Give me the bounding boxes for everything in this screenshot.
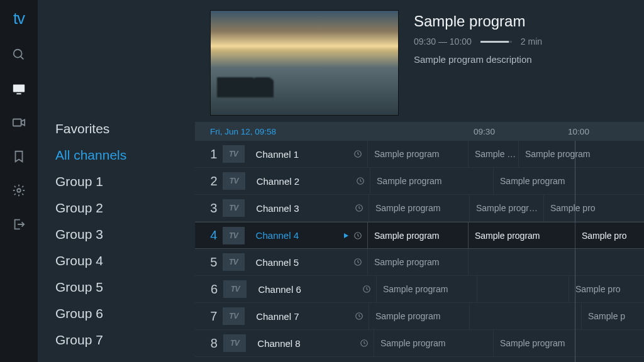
channel-indicators (341, 150, 367, 158)
channel-row[interactable]: 4TVChannel 4Sample programSample program… (195, 222, 644, 249)
channel-name: Channel 7 (256, 311, 342, 322)
program-hero: Sample program 09:30 — 10:00 2 min Sampl… (195, 0, 644, 122)
channel-indicators (341, 231, 367, 240)
channel-row[interactable]: 5TVChannel 5Sample program (195, 249, 644, 276)
svg-rect-3 (16, 93, 21, 94)
channel-indicators (347, 339, 374, 348)
group-item[interactable]: Group 5 (55, 278, 195, 297)
program-strip: Sample programSample …Sample program (367, 141, 644, 167)
program-strip: Sample programSample progr…Sample pro (369, 195, 644, 221)
bookmark-icon[interactable] (11, 149, 26, 164)
channel-name: Channel 6 (258, 284, 348, 295)
channel-number: 3 (195, 201, 223, 216)
program-title: Sample program (414, 13, 644, 30)
program-cell[interactable]: Sample program (367, 249, 468, 275)
program-progress-bar (480, 41, 512, 43)
group-item[interactable]: Group 6 (55, 304, 195, 323)
channel-row[interactable]: 1TVChannel 1Sample programSample …Sample… (195, 141, 644, 168)
channel-logo: TV (223, 307, 245, 325)
group-item[interactable]: Group 8 (55, 357, 195, 362)
svg-point-0 (14, 50, 22, 58)
channel-name: Channel 4 (256, 230, 341, 241)
channel-name: Channel 3 (256, 203, 342, 214)
channel-indicators (349, 285, 376, 293)
svg-rect-4 (13, 119, 21, 126)
program-cell[interactable]: Sample program (376, 276, 477, 302)
program-cell[interactable]: Sample p (581, 303, 644, 329)
settings-icon[interactable] (11, 183, 26, 198)
exit-icon[interactable] (11, 217, 26, 232)
time-tick: 10:00 (568, 127, 589, 136)
group-item[interactable]: Favorites (55, 119, 195, 138)
program-strip: Sample programSample p (369, 303, 644, 329)
record-icon[interactable] (11, 115, 26, 130)
channel-logo: TV (223, 172, 245, 190)
current-datetime: Fri, Jun 12, 09:58 (195, 127, 380, 136)
channel-name: Channel 8 (257, 338, 347, 349)
channel-logo: TV (223, 199, 245, 217)
channel-indicators (343, 177, 370, 185)
channel-name: Channel 2 (257, 176, 344, 187)
channel-number: 2 (195, 174, 223, 189)
tv-icon[interactable] (11, 81, 26, 96)
channel-number: 1 (195, 147, 223, 162)
channel-indicators (341, 258, 367, 266)
channel-row[interactable]: 8TVChannel 8Sample programSample program (195, 330, 644, 357)
svg-rect-2 (13, 85, 25, 92)
program-cell[interactable]: Sample pro (543, 195, 644, 221)
program-remaining: 2 min (521, 36, 542, 47)
channel-row[interactable]: 2TVChannel 2Sample programSample program (195, 168, 644, 195)
program-strip: Sample programSample programSample pro (367, 222, 644, 248)
channel-number: 7 (195, 309, 223, 324)
channel-number: 4 (195, 228, 223, 243)
group-item[interactable]: All channels (55, 146, 195, 165)
program-cell[interactable]: Sample … (468, 141, 518, 167)
channel-number: 6 (195, 282, 223, 297)
program-cell[interactable]: Sample program (367, 141, 468, 167)
program-cell[interactable]: Sample program (370, 168, 493, 194)
group-item[interactable]: Group 2 (55, 199, 195, 217)
program-cell[interactable] (469, 303, 581, 329)
program-meta: 09:30 — 10:00 2 min (414, 36, 644, 47)
program-cell[interactable]: Sample pro (569, 276, 644, 302)
program-time-range: 09:30 — 10:00 (414, 36, 472, 47)
svg-line-1 (21, 57, 24, 60)
program-thumbnail (210, 10, 399, 116)
program-cell[interactable]: Sample program (369, 195, 469, 221)
program-strip: Sample programSample program (374, 330, 644, 356)
channel-row[interactable]: 3TVChannel 3Sample programSample progr…S… (195, 195, 644, 222)
epg-grid: Fri, Jun 12, 09:58 09:30 10:00 10:30 1TV… (195, 122, 644, 362)
program-description: Sample program description (414, 54, 644, 65)
timeline-header: Fri, Jun 12, 09:58 09:30 10:00 10:30 (195, 122, 644, 141)
search-icon[interactable] (11, 47, 26, 62)
channel-indicators (343, 312, 369, 321)
program-cell[interactable]: Sample program (518, 141, 644, 167)
channel-row[interactable]: 7TVChannel 7Sample programSample p (195, 303, 644, 330)
group-item[interactable]: Group 3 (55, 225, 195, 244)
channel-row[interactable]: 6TVChannel 6Sample programSample pro (195, 276, 644, 303)
program-cell[interactable] (468, 249, 644, 275)
channel-indicators (343, 204, 369, 212)
channel-name: Channel 5 (256, 257, 341, 268)
group-item[interactable]: Group 7 (55, 331, 195, 349)
program-cell[interactable]: Sample progr… (469, 195, 543, 221)
program-cell[interactable]: Sample program (493, 330, 644, 356)
group-item[interactable]: Group 1 (55, 172, 195, 191)
channel-name: Channel 1 (256, 149, 341, 160)
channel-number: 8 (195, 336, 223, 351)
program-cell[interactable]: Sample program (493, 168, 644, 194)
program-strip: Sample program (367, 249, 644, 275)
channel-logo: TV (223, 253, 245, 271)
channel-logo: TV (223, 145, 245, 163)
program-cell[interactable]: Sample program (468, 222, 575, 248)
program-cell[interactable]: Sample program (374, 330, 493, 356)
program-cell[interactable] (477, 276, 569, 302)
program-cell[interactable]: Sample program (367, 222, 468, 248)
program-strip: Sample programSample program (370, 168, 644, 194)
channel-number: 5 (195, 255, 223, 270)
program-cell[interactable]: Sample pro (575, 222, 644, 248)
time-tick: 09:30 (474, 127, 495, 136)
channel-logo: TV (223, 227, 245, 244)
program-cell[interactable]: Sample program (369, 303, 469, 329)
group-item[interactable]: Group 4 (55, 251, 195, 270)
